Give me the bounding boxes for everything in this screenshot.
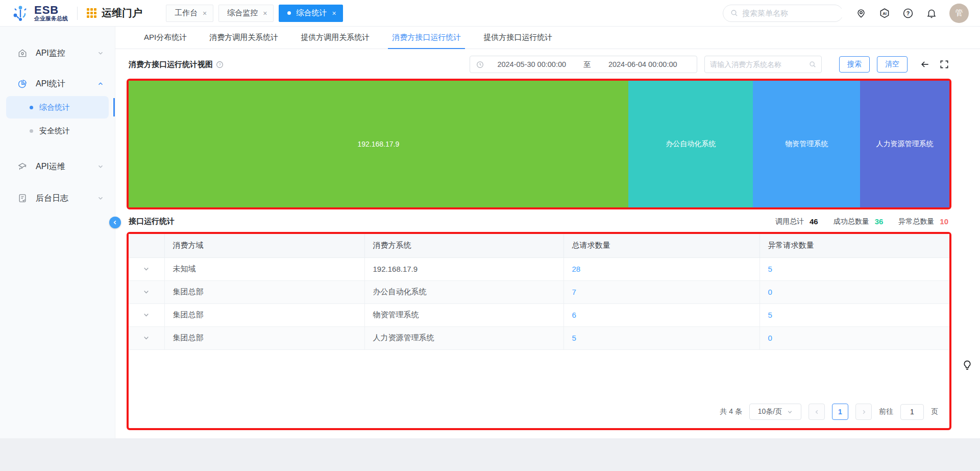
consumer-system-search[interactable] [704,56,822,73]
error-requests-link[interactable]: 5 [768,265,772,273]
main-content: API分布统计 消费方调用关系统计 提供方调用关系统计 消费方接口运行统计 提供… [115,27,980,438]
location-icon[interactable] [855,8,867,19]
sidebar-item-label: 后台日志 [36,193,97,204]
sidebar-item-security-statistics[interactable]: 安全统计 [6,120,109,142]
sidebar: API监控 API统计 综合统计 安全统计 [0,27,115,438]
lightbulb-icon[interactable] [962,360,973,371]
next-page-button[interactable] [855,404,872,420]
stat-label: 异常总数量 [898,217,934,226]
fullscreen-icon[interactable] [939,59,949,69]
table-row: 集团总部 物资管理系统 6 5 [129,303,949,326]
search-button[interactable]: 搜索 [839,56,870,73]
portal-label: 运维门户 [102,6,142,20]
goto-label: 前往 [879,407,893,416]
sidebar-item-api-statistics[interactable]: API统计 [0,73,115,95]
row-expand-icon[interactable] [143,289,150,295]
treemap-label: 192.168.17.9 [358,140,400,148]
header-divider [77,7,78,20]
tab-api-distribution[interactable]: API分布统计 [144,27,187,49]
tab-consumer-interface-stats[interactable]: 消费方接口运行统计 [392,27,461,49]
date-separator: 至 [580,60,595,69]
tab-consumer-call-relations[interactable]: 消费方调用关系统计 [209,27,278,49]
menu-search[interactable] [723,5,843,22]
close-icon[interactable]: × [263,9,267,17]
cell-consumer-system: 办公自动化系统 [364,280,564,303]
stat-label: 调用总计 [775,217,804,226]
window-tab-monitor[interactable]: 综合监控 × [218,5,274,22]
bell-icon[interactable] [926,8,937,19]
portal-home[interactable]: 运维门户 [87,6,142,20]
table-row: 集团总部 办公自动化系统 7 0 [129,280,949,303]
consumer-system-input[interactable] [710,60,809,68]
tab-provider-call-relations[interactable]: 提供方调用关系统计 [301,27,370,49]
help-icon-glyph: ? [906,10,910,16]
window-tab-label: 综合统计 [296,8,327,18]
current-page-button[interactable]: 1 [832,404,848,420]
sidebar-item-composite-statistics[interactable]: 综合统计 [6,96,109,119]
total-requests-link[interactable]: 5 [572,334,576,342]
page-size-select[interactable]: 10条/页 [749,404,801,420]
total-requests-link[interactable]: 7 [572,288,576,296]
menu-dot [30,129,33,133]
user-avatar[interactable]: 管 [949,4,969,23]
cctv-camera-icon [17,161,28,172]
row-expand-icon[interactable] [143,312,150,318]
search-icon [809,61,816,68]
sidebar-collapse-button[interactable] [109,217,121,228]
goto-page-input[interactable] [900,404,924,420]
grid-icon [87,8,96,18]
help-icon[interactable]: ? [902,8,914,19]
total-requests-link[interactable]: 6 [572,311,576,319]
row-expand-icon[interactable] [143,266,150,272]
sidebar-item-api-monitor[interactable]: API监控 [0,42,115,64]
menu-search-input[interactable] [742,9,844,17]
info-icon[interactable]: ? [216,61,224,68]
page-unit-label: 页 [931,407,938,416]
cell-consumer-domain: 集团总部 [164,326,364,349]
row-expand-icon[interactable] [143,335,150,341]
error-requests-link[interactable]: 0 [768,334,772,342]
close-icon[interactable]: × [203,9,207,17]
chevron-down-icon [97,195,104,201]
treemap-block[interactable]: 办公自动化系统 [628,81,753,207]
pagination-total: 共 4 条 [720,407,742,416]
treemap-label: 人力资源管理系统 [876,139,934,149]
stat-value: 46 [810,217,818,226]
tab-provider-interface-stats[interactable]: 提供方接口运行统计 [483,27,552,49]
logo-title: ESB [34,4,68,16]
treemap-block[interactable]: 人力资源管理系统 [860,81,949,207]
error-requests-link[interactable]: 5 [768,311,772,319]
annotation-box-treemap: 192.168.17.9 办公自动化系统 物资管理系统 人力资源管理系统 [127,79,951,209]
treemap-block[interactable]: 物资管理系统 [753,81,860,207]
prev-page-button[interactable] [808,404,825,420]
top-header: ESB 企业服务总线 运维门户 工作台 × 综合监控 × 综合统计 × [0,0,980,27]
sidebar-item-backend-logs[interactable]: 后台日志 [0,187,115,209]
pie-chart-icon [17,79,28,89]
column-header: 异常请求数量 [760,234,949,257]
window-tab-workbench[interactable]: 工作台 × [166,5,213,22]
content-tab-bar: API分布统计 消费方调用关系统计 提供方调用关系统计 消费方接口运行统计 提供… [115,27,980,49]
date-range-picker[interactable]: 2024-05-30 00:00:00 至 2024-06-04 00:00:0… [470,56,697,73]
active-indicator-bar [113,98,115,116]
chevron-left-icon [112,220,118,225]
close-icon[interactable]: × [332,9,336,17]
cell-consumer-domain: 未知域 [164,257,364,280]
column-header: 消费方系统 [364,234,564,257]
back-arrow-icon[interactable] [920,59,930,69]
table-section-title: 接口运行统计 [129,217,175,226]
active-dot [287,11,291,15]
window-tab-label: 工作台 [175,8,198,18]
treemap-block[interactable]: 192.168.17.9 [129,81,628,207]
esb-logo: ESB 企业服务总线 [11,4,68,22]
ai-assistant-icon[interactable]: AI [879,8,890,19]
sidebar-item-label: API监控 [36,48,97,59]
clock-icon [476,61,484,68]
window-tab-statistics-active[interactable]: 综合统计 × [279,5,342,22]
window-tab-label: 综合监控 [227,8,258,18]
total-requests-link[interactable]: 28 [572,265,581,273]
error-requests-link[interactable]: 0 [768,288,772,296]
clear-button[interactable]: 清空 [877,56,908,73]
stat-success-count: 成功总数量 36 [834,217,884,226]
pagination: 共 4 条 10条/页 1 前往 页 [129,404,949,428]
sidebar-item-api-operations[interactable]: API运维 [0,155,115,178]
